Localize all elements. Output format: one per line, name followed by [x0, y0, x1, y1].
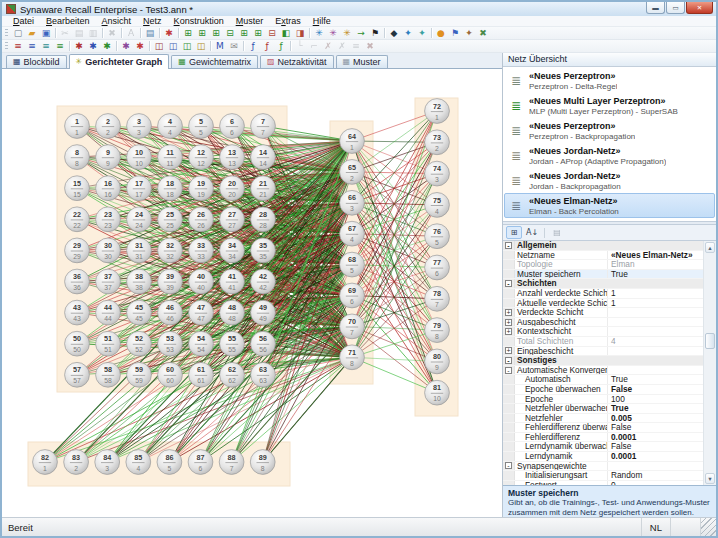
neuron-node-64[interactable]: 641 [340, 129, 365, 154]
neuron-node-3[interactable]: 33 [127, 114, 152, 139]
net-list-item-1[interactable]: ≣«Neues Perzeptron»Perzeptron - Delta-Re… [504, 68, 715, 93]
neuron-node-17[interactable]: 1717 [127, 176, 152, 201]
scrollbar-thumb[interactable] [705, 333, 715, 349]
neuron-node-11[interactable]: 1111 [158, 145, 183, 170]
menu-ansicht[interactable]: Ansicht [96, 16, 138, 27]
pattern-red-icon[interactable]: ✱ [72, 40, 86, 52]
tab-gewichtematrix[interactable]: ▦Gewichtematrix [171, 55, 258, 68]
property-row[interactable]: InitialisierungsartRandom [503, 471, 703, 481]
property-row[interactable]: +Eingabeschicht [503, 347, 703, 357]
neuron-node-13[interactable]: 1313 [220, 145, 245, 170]
prune-synapses-icon[interactable]: ✳ [340, 27, 354, 39]
neuron-node-52[interactable]: 5252 [127, 331, 152, 356]
pattern-blue-icon[interactable]: ✱ [86, 40, 100, 52]
net-shuffle-blue-icon[interactable]: ≡ [25, 40, 39, 52]
neuron-node-67[interactable]: 674 [340, 221, 365, 246]
menu-muster[interactable]: Muster [230, 16, 270, 27]
neuron-node-81[interactable]: 8110 [425, 380, 450, 405]
net-list-item-4[interactable]: ≣«Neues Jordan-Netz»Jordan - AProp (Adap… [504, 143, 715, 168]
categorized-button[interactable]: ⊞ [506, 226, 522, 239]
neuron-node-69[interactable]: 696 [340, 283, 365, 308]
neuron-node-32[interactable]: 3232 [158, 238, 183, 263]
close-button[interactable]: ✕ [686, 2, 713, 14]
neuron-node-22[interactable]: 2222 [65, 207, 90, 232]
menu-hilfe[interactable]: Hilfe [307, 16, 337, 27]
neuron-node-85[interactable]: 854 [126, 450, 151, 475]
neuron-node-16[interactable]: 1616 [96, 176, 121, 201]
neuron-node-84[interactable]: 843 [95, 450, 120, 475]
neuron-node-87[interactable]: 876 [188, 450, 213, 475]
remove-neuron-icon[interactable]: ⊟ [223, 27, 237, 39]
property-row[interactable]: TopologieElman [503, 260, 703, 270]
new-file-icon[interactable]: ▢ [11, 27, 25, 39]
property-row[interactable]: Fehlerdifferenz überwachenFalse [503, 423, 703, 433]
neuron-node-37[interactable]: 3737 [96, 269, 121, 294]
pattern-purple-icon[interactable]: ✱ [119, 40, 133, 52]
add-hidden-neuron-icon[interactable]: ⊞ [195, 27, 209, 39]
neuron-node-39[interactable]: 3939 [158, 269, 183, 294]
toolbar-grip[interactable] [5, 29, 8, 38]
neuron-node-75[interactable]: 754 [425, 193, 450, 218]
property-row[interactable]: -Synapsengewichte [503, 462, 703, 472]
neuron-node-24[interactable]: 2424 [127, 207, 152, 232]
shift-layer-right-icon[interactable]: ◨ [293, 27, 307, 39]
neuron-node-63[interactable]: 6363 [251, 362, 276, 387]
neuron-node-55[interactable]: 5555 [220, 331, 245, 356]
randomize-tool-icon[interactable]: ✦ [415, 27, 429, 39]
net-shuffle-green-icon[interactable]: ≡ [53, 40, 67, 52]
neuron-node-73[interactable]: 732 [425, 130, 450, 155]
neuron-node-60[interactable]: 6060 [158, 362, 183, 387]
new-network-icon[interactable]: ✱ [162, 27, 176, 39]
muster-editor-icon[interactable]: M [213, 40, 227, 52]
property-row[interactable]: AutomatischTrue [503, 375, 703, 385]
shift-layer-left-icon[interactable]: ◧ [279, 27, 293, 39]
expand-icon[interactable]: + [505, 309, 512, 316]
train-network-icon[interactable]: → [354, 27, 368, 39]
net-list-item-2[interactable]: ≣«Neues Multi Layer Perzeptron»MLP (Mult… [504, 93, 715, 118]
neuron-node-38[interactable]: 3838 [127, 269, 152, 294]
inspect-tool-icon[interactable]: ✦ [462, 27, 476, 39]
property-row[interactable]: Netzfehler überwachenTrue [503, 404, 703, 414]
neuron-node-9[interactable]: 99 [96, 145, 121, 170]
collapse-icon[interactable]: - [505, 242, 512, 249]
pattern-green-icon[interactable]: ✱ [100, 40, 114, 52]
neuron-node-4[interactable]: 44 [158, 114, 183, 139]
neuron-node-34[interactable]: 3434 [220, 238, 245, 263]
neuron-node-89[interactable]: 898 [250, 450, 275, 475]
neuron-node-29[interactable]: 2929 [65, 238, 90, 263]
neuron-node-10[interactable]: 1010 [127, 145, 152, 170]
report-icon[interactable]: ▤ [143, 27, 157, 39]
disconnect-neurons-icon[interactable]: ✳ [326, 27, 340, 39]
expand-icon[interactable]: + [505, 347, 512, 354]
net-list-item-5[interactable]: ≣«Neues Jordan-Netz»Jordan - Backpropaga… [504, 168, 715, 193]
property-category[interactable]: -Sonstiges [503, 356, 703, 366]
property-row[interactable]: Netzfehler0.005 [503, 414, 703, 424]
neuron-node-57[interactable]: 5757 [65, 362, 90, 387]
net-shuffle-red-icon[interactable]: ≡ [11, 40, 25, 52]
neuron-node-35[interactable]: 3535 [251, 238, 276, 263]
neuron-node-40[interactable]: 4040 [189, 269, 214, 294]
paste-weights-icon[interactable]: ◫ [194, 40, 208, 52]
menu-bearbeiten[interactable]: Bearbeiten [40, 16, 96, 27]
import-weights-icon[interactable]: ◫ [152, 40, 166, 52]
neuron-node-61[interactable]: 6161 [189, 362, 214, 387]
neuron-node-7[interactable]: 77 [251, 114, 276, 139]
add-input-neuron-icon[interactable]: ⊞ [181, 27, 195, 39]
property-row[interactable]: Total Schichten4 [503, 337, 703, 347]
neuron-node-62[interactable]: 6262 [220, 362, 245, 387]
remove-layer-icon[interactable]: ⊟ [265, 27, 279, 39]
property-row[interactable]: Muster speichernTrue [503, 270, 703, 280]
neuron-node-6[interactable]: 66 [220, 114, 245, 139]
neuron-node-53[interactable]: 5353 [158, 331, 183, 356]
property-row[interactable]: Epoche100 [503, 395, 703, 405]
muster-mail-icon[interactable]: ✉ [227, 40, 241, 52]
flag-tool-icon[interactable]: ⚑ [448, 27, 462, 39]
alphabetical-button[interactable]: A↓ [524, 226, 540, 239]
function-tanh-icon[interactable]: ƒ [274, 40, 288, 52]
property-row[interactable]: Epoche überwachenFalse [503, 385, 703, 395]
neuron-node-18[interactable]: 1818 [158, 176, 183, 201]
neuron-node-71[interactable]: 718 [340, 345, 365, 370]
activate-tool-icon[interactable]: ✦ [401, 27, 415, 39]
add-layer-icon[interactable]: ⊞ [237, 27, 251, 39]
neuron-node-47[interactable]: 4747 [189, 300, 214, 325]
